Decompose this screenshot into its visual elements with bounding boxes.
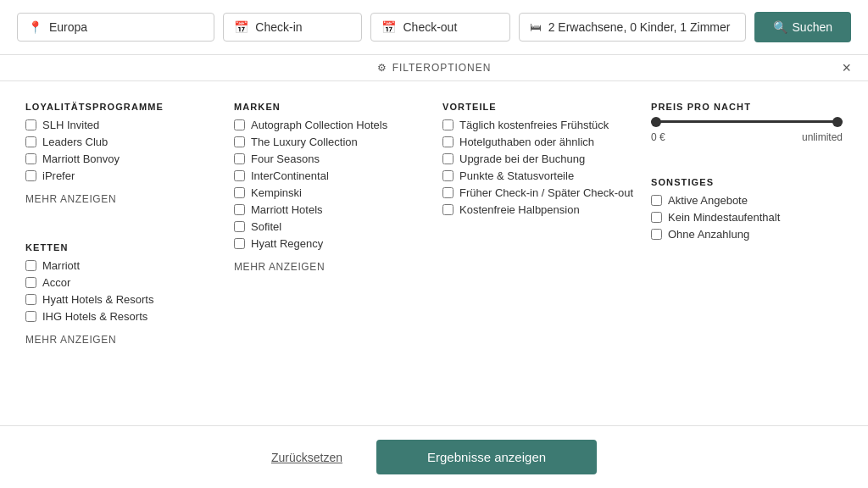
vorteile-checkbox-3[interactable] [442,170,453,181]
checkout-field[interactable]: 📅 Check-out [370,13,509,42]
checkin-field[interactable]: 📅 Check-in [223,13,362,42]
search-button[interactable]: 🔍 Suchen [754,12,851,42]
sonstiges-title: SONSTIGES [651,177,843,187]
marken-checkbox-3[interactable] [234,170,245,181]
price-range[interactable]: 0 € unlimited [651,120,843,143]
vorteile-checkbox-4[interactable] [442,187,453,198]
calendar-icon-checkout: 📅 [381,20,396,34]
marken-item-3[interactable]: InterContinental [234,169,426,182]
loyalitaet-label-3: iPrefer [42,169,75,182]
ketten-item-2[interactable]: Hyatt Hotels & Resorts [25,293,217,306]
ketten-show-more[interactable]: MEHR ANZEIGEN [25,330,116,349]
filter-options-text: FILTEROPTIONEN [392,62,492,74]
ketten-item-1[interactable]: Accor [25,276,217,289]
column-vorteile: VORTEILE Täglich kostenfreies FrühstückH… [442,102,634,405]
ketten-checkbox-0[interactable] [25,260,36,271]
price-labels: 0 € unlimited [651,131,843,143]
marken-label-2: Four Seasons [251,152,320,165]
guests-field[interactable]: 🛏 2 Erwachsene, 0 Kinder, 1 Zimmer [519,13,746,42]
loyalitaet-checkbox-2[interactable] [25,153,36,164]
marken-label-4: Kempinski [251,186,302,199]
loyalitaet-item-2[interactable]: Marriott Bonvoy [25,152,217,165]
marken-item-5[interactable]: Marriott Hotels [234,203,426,216]
search-icon: 🔍 [773,20,787,34]
sonstiges-checkbox-1[interactable] [651,212,662,223]
column-loyalitaet-ketten: LOYALITÄTSPROGRAMME SLH InvitedLeaders C… [25,102,217,405]
marken-checkbox-4[interactable] [234,187,245,198]
vorteile-label-5: Kostenfreie Halbpension [459,203,580,216]
vorteile-item-0[interactable]: Täglich kostenfreies Frühstück [442,119,634,131]
vorteile-checkbox-2[interactable] [442,153,453,164]
preis-title: PREIS PRO NACHT [651,102,843,112]
ketten-label-3: IHG Hotels & Resorts [42,310,147,323]
vorteile-checkbox-5[interactable] [442,204,453,215]
marken-checkbox-5[interactable] [234,204,245,215]
marken-label-6: Sofitel [251,220,281,233]
sonstiges-checkbox-0[interactable] [651,195,662,206]
marken-label-1: The Luxury Collection [251,136,358,148]
ketten-label-2: Hyatt Hotels & Resorts [42,293,154,306]
price-slider-thumb-left[interactable] [651,117,661,127]
location-field[interactable]: 📍 Europa [17,13,214,42]
marken-item-4[interactable]: Kempinski [234,186,426,199]
vorteile-item-2[interactable]: Upgrade bei der Buchung [442,152,634,165]
marken-item-6[interactable]: Sofitel [234,220,426,233]
price-slider-thumb-right[interactable] [832,117,843,127]
ketten-label-1: Accor [42,276,70,289]
reset-button[interactable]: Zurücksetzen [271,451,342,464]
loyalitaet-checkbox-1[interactable] [25,136,36,147]
loyalitaet-checkbox-0[interactable] [25,119,36,130]
checkout-label: Check-out [403,20,457,34]
loyalitaet-item-0[interactable]: SLH Invited [25,119,217,131]
vorteile-checkbox-1[interactable] [442,136,453,147]
marken-title: MARKEN [234,102,426,112]
marken-item-1[interactable]: The Luxury Collection [234,136,426,148]
ketten-checkbox-1[interactable] [25,277,36,288]
loyalitaet-item-1[interactable]: Leaders Club [25,136,217,148]
vorteile-item-3[interactable]: Punkte & Statusvorteile [442,169,634,182]
price-slider-track[interactable] [651,120,843,123]
sonstiges-item-1[interactable]: Kein Mindestaufenthalt [651,211,843,224]
sonstiges-item-0[interactable]: Aktive Angebote [651,194,843,207]
marken-checkbox-1[interactable] [234,136,245,147]
sonstiges-items: Aktive AngeboteKein MindestaufenthaltOhn… [651,194,843,241]
results-button[interactable]: Ergebnisse anzeigen [376,440,597,474]
vorteile-item-1[interactable]: Hotelguthaben oder ähnlich [442,136,634,148]
loyalitaet-item-3[interactable]: iPrefer [25,169,217,182]
guests-value: 2 Erwachsene, 0 Kinder, 1 Zimmer [548,20,731,34]
sonstiges-label-0: Aktive Angebote [668,194,748,207]
filter-icon: ⚙ [377,62,387,74]
vorteile-item-4[interactable]: Früher Check-in / Später Check-out [442,186,634,199]
filter-options-bar: ⚙ FILTEROPTIONEN × [0,55,868,81]
close-button[interactable]: × [842,59,851,77]
sonstiges-item-2[interactable]: Ohne Anzahlung [651,228,843,241]
loyalitaet-show-more[interactable]: MEHR ANZEIGEN [25,190,116,208]
vorteile-checkbox-0[interactable] [442,119,453,130]
vorteile-items: Täglich kostenfreies FrühstückHotelgutha… [442,119,634,216]
marken-item-2[interactable]: Four Seasons [234,152,426,165]
search-label: Suchen [793,20,832,34]
vorteile-label-0: Täglich kostenfreies Frühstück [459,119,609,131]
marken-label-7: Hyatt Regency [251,237,323,250]
ketten-item-3[interactable]: IHG Hotels & Resorts [25,310,217,323]
ketten-checkbox-3[interactable] [25,311,36,322]
marken-item-0[interactable]: Autograph Collection Hotels [234,119,426,131]
sonstiges-label-1: Kein Mindestaufenthalt [668,211,780,224]
checkin-label: Check-in [255,20,302,34]
vorteile-item-5[interactable]: Kostenfreie Halbpension [442,203,634,216]
marken-checkbox-7[interactable] [234,238,245,249]
marken-checkbox-6[interactable] [234,221,245,232]
sonstiges-checkbox-2[interactable] [651,229,662,240]
ketten-item-0[interactable]: Marriott [25,259,217,272]
sonstiges-section: SONSTIGES Aktive AngeboteKein Mindestauf… [651,177,843,245]
price-max: unlimited [802,131,843,143]
ketten-checkbox-2[interactable] [25,294,36,305]
sonstiges-label-2: Ohne Anzahlung [668,228,749,241]
ketten-section: KETTEN MarriottAccorHyatt Hotels & Resor… [25,242,217,349]
marken-checkbox-2[interactable] [234,153,245,164]
marken-item-7[interactable]: Hyatt Regency [234,237,426,250]
marken-checkbox-0[interactable] [234,119,245,130]
filter-modal: 📍 Europa 📅 Check-in 📅 Check-out 🛏 2 Erwa… [0,0,868,488]
loyalitaet-checkbox-3[interactable] [25,170,36,181]
marken-show-more[interactable]: MEHR ANZEIGEN [234,258,325,276]
